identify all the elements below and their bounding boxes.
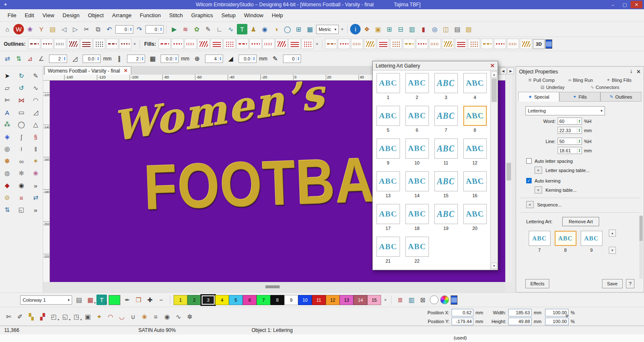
ring-tool[interactable]: ◎ [1, 144, 13, 154]
hoop-icon[interactable]: ◯ [282, 24, 293, 34]
knife-tool[interactable]: ✄ [1, 95, 13, 106]
height-input[interactable]: 49.88 [508, 318, 532, 325]
layers-spinner[interactable]: 4▲▼ [205, 55, 223, 63]
thread-spool-icon[interactable] [451, 295, 457, 305]
open-design-icon[interactable]: ▤ [47, 24, 58, 34]
rectangle-tool[interactable]: ▭ [16, 107, 27, 118]
tab-special[interactable]: ★Special [518, 92, 559, 102]
team-setup-icon[interactable]: ◫ [441, 24, 451, 34]
add-color-icon[interactable]: ✚ [145, 295, 155, 305]
tab-outlines[interactable]: ✎Outlines [600, 92, 641, 102]
star-shape-tool[interactable]: ✶ [30, 156, 42, 167]
lettering-art-item[interactable]: ABC 14 [402, 170, 431, 203]
app-icon[interactable]: ✦ [2, 2, 9, 8]
dock-right-arrow[interactable]: ▶ [507, 68, 514, 74]
product-color-icon[interactable]: T [96, 295, 107, 305]
tab-bling-fills[interactable]: ✦Bling Fills [605, 78, 633, 83]
lettering-art-item[interactable]: ABC 16 [460, 170, 489, 203]
menu-item[interactable]: Stitch [165, 10, 187, 21]
save-button[interactable]: Save [602, 279, 623, 288]
gallery-scroll-up[interactable]: ▲ [491, 71, 497, 78]
fill-style-contour[interactable] [249, 39, 262, 49]
pencil-detail-icon[interactable]: ✎ [270, 53, 280, 64]
effect-ripple[interactable] [481, 39, 493, 49]
polygon-tool[interactable]: △ [30, 119, 42, 130]
column-stitch-tool[interactable]: ‖ [30, 144, 42, 154]
effect-star-fill[interactable] [468, 39, 480, 49]
menu-item[interactable]: Object [84, 10, 108, 21]
mirror-x-icon[interactable]: ⊿ [25, 53, 35, 64]
pattern-stamp-tool[interactable]: ✽ [1, 156, 13, 167]
pin-icon[interactable]: ⊸ [628, 70, 634, 73]
color-swatch[interactable]: 8 [270, 295, 284, 305]
art-scroll-up-button[interactable]: ▲ [609, 230, 616, 237]
name-layout-icon[interactable]: ⊟ [395, 24, 406, 34]
menu-item[interactable]: Design [58, 10, 83, 21]
design-figure-icon[interactable]: ♟ [248, 24, 259, 34]
colorway-dropdown[interactable]: Colorway 1 [20, 295, 72, 305]
flip-horizontal-icon[interactable]: ⇄ [30, 192, 42, 203]
color-swatch[interactable]: 1 [174, 295, 187, 305]
menu-item[interactable]: Window [240, 10, 267, 21]
fill-style-string[interactable] [223, 39, 236, 49]
lettering-art-item[interactable]: ABC 6 [402, 104, 431, 137]
menu-item[interactable]: Arrange [108, 10, 135, 21]
outline-style-sculpture[interactable] [54, 39, 66, 49]
effect-textured-edge[interactable] [338, 39, 350, 49]
effect-feather[interactable] [403, 39, 415, 49]
auto-kerning-checkbox[interactable]: ✓ [526, 178, 532, 183]
remove-overlap-icon[interactable]: ▞ [37, 311, 48, 322]
lettering-art-item[interactable]: ABC 8 [460, 104, 489, 137]
offset-c-spinner[interactable]: 0.0▲▼ [239, 55, 257, 63]
color-swatch[interactable]: 11 [312, 295, 326, 305]
position-reference-icon[interactable]: ⌖ [565, 312, 569, 320]
object-type-dropdown[interactable]: Lettering [525, 106, 605, 115]
apply-color-icon[interactable]: ❒ [133, 295, 144, 305]
closed-loop-tool[interactable]: ∞ [16, 156, 27, 167]
ellipse-tool[interactable]: ◯ [16, 119, 27, 130]
sequence-button[interactable]: Sequence... [537, 202, 562, 207]
color-wheel-icon[interactable]: ◑ [271, 24, 281, 34]
menu-item[interactable]: View [38, 10, 58, 21]
array-layout-icon[interactable]: ▥ [407, 24, 417, 34]
stitch-angle-icon[interactable]: ≡ [16, 192, 27, 203]
sequence-collapse-button[interactable]: < [526, 201, 534, 208]
slant-angle-icon[interactable]: ◿ [70, 53, 80, 64]
open-curve-icon[interactable]: ∪ [128, 311, 138, 322]
minimize-button[interactable]: – [607, 1, 619, 8]
menu-item[interactable]: File [3, 10, 21, 21]
effect-jagged[interactable] [416, 39, 428, 49]
home-icon[interactable]: ⌂ [2, 24, 13, 34]
fill-style-fancy[interactable] [197, 39, 210, 49]
nudge-icon[interactable]: ⇄ [2, 53, 13, 64]
color-picker-icon[interactable]: ✒ [122, 295, 132, 305]
lettering-art-item[interactable]: ABC 18 [402, 203, 431, 235]
effect-liquid[interactable] [377, 39, 389, 49]
more-tools-button[interactable]: » [30, 180, 42, 191]
effect-underline[interactable] [325, 39, 337, 49]
lettering-art-item[interactable]: ABC 7 [431, 104, 460, 137]
stitch-spacing-icon[interactable]: ∥ [114, 53, 125, 64]
lettering-art-item[interactable]: ABC 3 [431, 72, 460, 104]
right-triangle-tool[interactable]: ◿ [30, 107, 42, 118]
line-spacing-percent-spinner[interactable]: 50▲▼ [558, 138, 582, 145]
tab-underlay[interactable]: ▤Underlay [539, 85, 566, 90]
fill-style-motif[interactable] [184, 39, 197, 49]
palette-overflow-button[interactable]: » [383, 298, 388, 303]
color-swatch[interactable]: 6 [243, 295, 257, 305]
color-swatch[interactable]: 7 [257, 295, 270, 305]
art-scroll-down-button[interactable]: ▼ [609, 247, 616, 254]
lettering-art-item[interactable]: ABC 20 [460, 203, 489, 235]
flip-vertical-icon[interactable]: ⇅ [1, 204, 13, 215]
width-input[interactable]: 185.63 [508, 309, 532, 316]
fill-style-applique[interactable] [301, 39, 314, 49]
color-swatch[interactable]: 12 [326, 295, 340, 305]
lettering-art-item[interactable]: ABC 4 [460, 72, 489, 104]
shape-rect-tool[interactable]: ◰ [49, 311, 59, 322]
measurement-unit-dropdown[interactable]: Metric [316, 25, 339, 34]
vertical-scroll-thumb[interactable] [506, 163, 511, 180]
fusion-fill-tool[interactable]: ◈ [1, 131, 13, 142]
hexagon-fill-tool[interactable]: ◆ [1, 180, 13, 191]
lettering-object-script[interactable]: Women’s [111, 81, 327, 151]
insert-design-icon[interactable]: ◁ [59, 24, 69, 34]
